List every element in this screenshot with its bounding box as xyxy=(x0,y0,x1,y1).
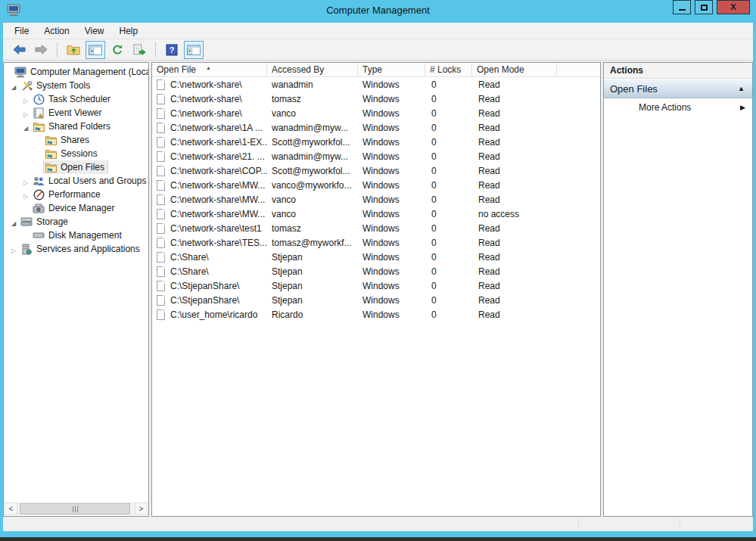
menu-action[interactable]: Action xyxy=(36,23,76,39)
help-button[interactable]: ? xyxy=(162,41,182,59)
console-tree-icon xyxy=(89,45,102,55)
tree-item-device-manager[interactable]: Device Manager xyxy=(4,201,148,215)
screen-edge xyxy=(0,537,756,541)
minimize-button[interactable] xyxy=(673,0,691,14)
tree-item-computer-management[interactable]: Computer Management (Local xyxy=(4,65,148,79)
maximize-button[interactable] xyxy=(695,0,713,14)
tree-item-label: Performance xyxy=(48,189,101,200)
svg-text:?: ? xyxy=(170,45,175,54)
table-row[interactable]: C:\StjepanShare\StjepanWindows0Read xyxy=(152,278,600,293)
back-button[interactable] xyxy=(9,41,29,59)
file-icon xyxy=(157,151,165,162)
tree-item-local-users-and-groups[interactable]: Local Users and Groups xyxy=(4,174,148,188)
grip-icon xyxy=(77,506,78,512)
table-row[interactable]: C:\StjepanShare\StjepanWindows0Read xyxy=(152,293,600,307)
tree-item-label: Disk Management xyxy=(48,230,122,241)
show-hide-action-pane-button[interactable] xyxy=(184,41,204,59)
task-scheduler-icon xyxy=(33,93,45,105)
tree-item-services-and-applications[interactable]: Services and Applications xyxy=(4,242,148,256)
tree-item-label: Storage xyxy=(36,216,68,227)
maximize-icon xyxy=(701,5,708,11)
menu-help[interactable]: Help xyxy=(112,23,146,39)
table-row[interactable]: C:\Share\StjepanWindows0Read xyxy=(152,250,600,264)
refresh-button[interactable] xyxy=(107,41,127,59)
file-icon xyxy=(157,108,165,119)
tree-item-label: Shared Folders xyxy=(48,121,110,132)
expander-collapsed-icon[interactable] xyxy=(8,243,19,255)
actions-section-open-files[interactable]: Open Files ▲ xyxy=(604,79,752,98)
table-row[interactable]: C:\network-share\test1tomaszWindows0Read xyxy=(152,221,600,235)
column-header-accessed-by[interactable]: Accessed By xyxy=(267,63,358,76)
system-tools-icon xyxy=(20,79,33,92)
window-title: Computer Management xyxy=(0,5,756,16)
scrollbar-thumb[interactable] xyxy=(20,503,130,515)
list-body: C:\network-share\wanadminWindows0Read C:… xyxy=(152,77,600,322)
table-row[interactable]: C:\network-share\21. ...wanadmin@myw...W… xyxy=(152,149,600,163)
table-row[interactable]: C:\network-share\MW...vanco@myworkfo...W… xyxy=(152,178,600,192)
tree-horizontal-scrollbar[interactable]: < > xyxy=(5,502,148,515)
tree-item-open-files[interactable]: Open Files xyxy=(4,160,148,174)
minimize-icon xyxy=(679,9,686,11)
column-header-locks[interactable]: # Locks xyxy=(425,63,472,76)
forward-button[interactable] xyxy=(31,41,51,59)
tree-item-storage[interactable]: Storage xyxy=(4,215,148,229)
expander-collapsed-icon[interactable] xyxy=(20,188,31,201)
menu-view[interactable]: View xyxy=(77,23,112,39)
file-icon xyxy=(157,194,165,205)
users-icon xyxy=(33,175,45,187)
export-list-button[interactable] xyxy=(129,41,149,59)
file-icon xyxy=(157,180,165,191)
scroll-right-button[interactable]: > xyxy=(135,502,148,515)
table-row[interactable]: C:\network-share\MW...vancoWindows0Read xyxy=(152,192,600,207)
expander-expanded-icon[interactable] xyxy=(20,120,31,132)
column-header-type[interactable]: Type xyxy=(358,63,425,76)
tree-item-event-viewer[interactable]: Event Viewer xyxy=(4,106,148,120)
up-one-level-button[interactable] xyxy=(64,41,83,59)
table-row[interactable]: C:\network-share\MW...vancoWindows0no ac… xyxy=(152,207,600,221)
expander-collapsed-icon[interactable] xyxy=(20,107,31,119)
scroll-left-button[interactable]: < xyxy=(5,502,17,515)
table-row[interactable]: C:\network-share\COP...Scott@myworkfol..… xyxy=(152,163,600,178)
column-header-filler xyxy=(557,63,600,76)
toolbar-separator xyxy=(155,42,156,58)
tree-item-label: Services and Applications xyxy=(36,244,140,254)
tree-item-system-tools[interactable]: System Tools xyxy=(4,79,148,92)
tree-item-shared-folders[interactable]: Shared Folders xyxy=(4,120,148,133)
tree-item-shares[interactable]: Shares xyxy=(4,133,148,147)
tree-item-label: Task Scheduler xyxy=(48,94,110,104)
tree-item-sessions[interactable]: Sessions xyxy=(4,147,148,160)
table-row[interactable]: C:\network-share\1A ...wanadmin@myw...Wi… xyxy=(152,120,600,135)
expander-collapsed-icon[interactable] xyxy=(20,175,31,187)
column-header-open-mode[interactable]: Open Mode xyxy=(472,63,557,76)
expander-collapsed-icon[interactable] xyxy=(20,93,31,105)
table-row[interactable]: C:\network-share\TES...tomasz@myworkf...… xyxy=(152,235,600,250)
column-header-open-file[interactable]: Open File▲ xyxy=(152,63,267,76)
tree-item-performance[interactable]: Performance xyxy=(4,188,148,201)
tree-item-task-scheduler[interactable]: Task Scheduler xyxy=(4,92,148,106)
toolbar: ? xyxy=(3,39,753,61)
tree-item-label: Device Manager xyxy=(48,203,114,213)
grip-icon xyxy=(73,506,73,512)
computer-icon xyxy=(14,66,26,78)
file-icon xyxy=(157,238,165,248)
table-row[interactable]: C:\Share\StjepanWindows0Read xyxy=(152,264,600,278)
open-files-list-pane: Open File▲ Accessed By Type # Locks Open… xyxy=(151,62,601,517)
table-row[interactable]: C:\network-share\wanadminWindows0Read xyxy=(152,77,600,92)
show-hide-console-tree-button[interactable] xyxy=(86,41,105,59)
file-icon xyxy=(157,223,165,234)
menu-file[interactable]: File xyxy=(7,23,36,39)
tree-item-disk-management[interactable]: Disk Management xyxy=(4,229,148,242)
expander-expanded-icon[interactable] xyxy=(8,79,19,92)
table-row[interactable]: C:\network-share\vancoWindows0Read xyxy=(152,106,600,120)
expander-expanded-icon[interactable] xyxy=(8,216,19,228)
file-icon xyxy=(157,252,165,263)
table-row[interactable]: C:\user_home\ricardoRicardoWindows0Read xyxy=(152,307,600,322)
collapse-section-icon[interactable]: ▲ xyxy=(738,85,745,92)
scrollbar-track[interactable] xyxy=(17,502,135,515)
file-icon xyxy=(157,266,165,277)
table-row[interactable]: C:\network-share\tomaszWindows0Read xyxy=(152,92,600,106)
event-viewer-icon xyxy=(33,107,45,119)
table-row[interactable]: C:\network-share\1-EX...Scott@myworkfol.… xyxy=(152,135,600,149)
close-button[interactable]: X xyxy=(717,0,750,14)
more-actions-item[interactable]: More Actions ▶ xyxy=(604,98,752,116)
